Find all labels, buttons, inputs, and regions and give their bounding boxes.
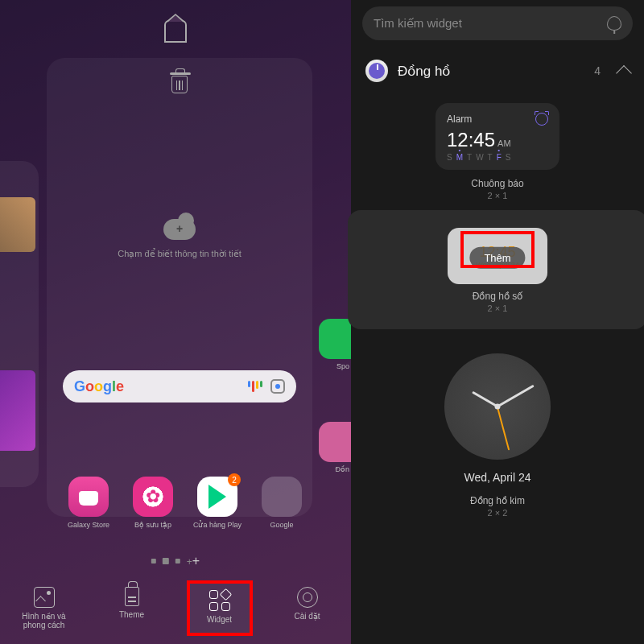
- play-icon: [197, 477, 237, 517]
- app-icon-partial: [319, 422, 351, 462]
- spotify-icon: [319, 319, 351, 359]
- wallpaper-icon: [34, 587, 55, 608]
- folder-icon: [262, 477, 302, 517]
- theme-button[interactable]: Theme: [99, 580, 165, 636]
- widget-group-header[interactable]: Đồng hồ 4: [351, 52, 644, 90]
- page-indicator[interactable]: +: [151, 554, 200, 568]
- weather-hint: Chạm để biết thông tin thời tiết: [99, 248, 260, 260]
- trash-icon[interactable]: [171, 76, 188, 93]
- google-logo: Google: [74, 378, 124, 395]
- widget-search-bar[interactable]: Tìm kiếm widget: [362, 6, 633, 40]
- clock-app-icon: [365, 60, 388, 82]
- app-google-folder[interactable]: Google: [256, 477, 308, 529]
- wallpaper-button[interactable]: Hình nền và phong cách: [11, 580, 77, 636]
- label-partial: Đồn: [335, 465, 349, 473]
- voice-icon[interactable]: [248, 381, 262, 392]
- editor-toolbar: Hình nền và phong cách Theme Widget Cài …: [0, 580, 351, 636]
- chevron-up-icon: [616, 65, 632, 81]
- widget-name: Đồng hồ kim: [351, 495, 644, 506]
- widget-digital-clock[interactable]: 12:45 Wed, April 24 Thêm Đồng hồ số 2 × …: [348, 210, 644, 329]
- theme-icon: [125, 587, 139, 606]
- alarm-preview: Alarm 12:45AM SMTWTFS: [436, 103, 559, 170]
- search-placeholder: Tìm kiếm widget: [374, 16, 607, 31]
- analog-date: Wed, April 24: [351, 471, 644, 484]
- thumbnail-purple: [0, 370, 35, 451]
- widget-picker-panel: Tìm kiếm widget Đồng hồ 4 Alarm 12:45AM …: [351, 0, 644, 644]
- widget-size: 2 × 2: [351, 508, 644, 518]
- second-hand: [497, 407, 510, 450]
- gear-icon: [297, 587, 318, 608]
- analog-clock-preview: [444, 353, 551, 460]
- gallery-icon: [133, 477, 173, 517]
- thumbnail-photo: [0, 197, 35, 252]
- next-page-edge[interactable]: [319, 319, 351, 525]
- label-partial: Spo: [336, 362, 349, 370]
- home-icon[interactable]: [164, 20, 187, 43]
- home-editor-panel: Chạm để biết thông tin thời tiết Google …: [0, 0, 351, 644]
- widget-alarm[interactable]: Alarm 12:45AM SMTWTFS Chuông báo 2 × 1: [351, 90, 644, 210]
- settings-button[interactable]: Cài đặt: [275, 580, 341, 636]
- alarm-days: SMTWTFS: [447, 153, 548, 162]
- app-play-store[interactable]: Cửa hàng Play: [192, 477, 243, 529]
- widget-name: Đồng hồ số: [359, 291, 636, 302]
- group-count: 4: [594, 64, 601, 77]
- alarm-icon: [535, 113, 548, 126]
- widget-size: 2 × 1: [362, 191, 633, 200]
- google-search-bar[interactable]: Google: [63, 370, 296, 402]
- hour-hand: [472, 391, 498, 408]
- home-page-card[interactable]: Chạm để biết thông tin thời tiết Google …: [47, 58, 312, 517]
- highlight-annotation: [460, 231, 535, 268]
- app-galaxy-store[interactable]: Galaxy Store: [63, 477, 114, 529]
- widget-icon: [209, 590, 230, 611]
- app-row: Galaxy Store Bộ sưu tập Cửa hàng Play Go…: [63, 477, 312, 529]
- cloud-plus-icon: [163, 219, 196, 240]
- mic-icon[interactable]: [607, 16, 621, 31]
- widget-name: Chuông báo: [362, 178, 633, 189]
- widget-size: 2 × 1: [359, 303, 636, 313]
- widget-button[interactable]: Widget: [187, 580, 253, 636]
- alarm-label: Alarm: [447, 114, 472, 125]
- store-icon: [68, 477, 109, 517]
- weather-widget[interactable]: Chạm để biết thông tin thời tiết: [99, 219, 260, 260]
- minute-hand: [497, 385, 535, 408]
- app-gallery[interactable]: Bộ sưu tập: [127, 477, 179, 529]
- group-title: Đồng hồ: [398, 63, 584, 80]
- lens-icon[interactable]: [270, 379, 285, 394]
- widget-analog-clock[interactable]: Wed, April 24 Đồng hồ kim 2 × 2: [351, 334, 644, 527]
